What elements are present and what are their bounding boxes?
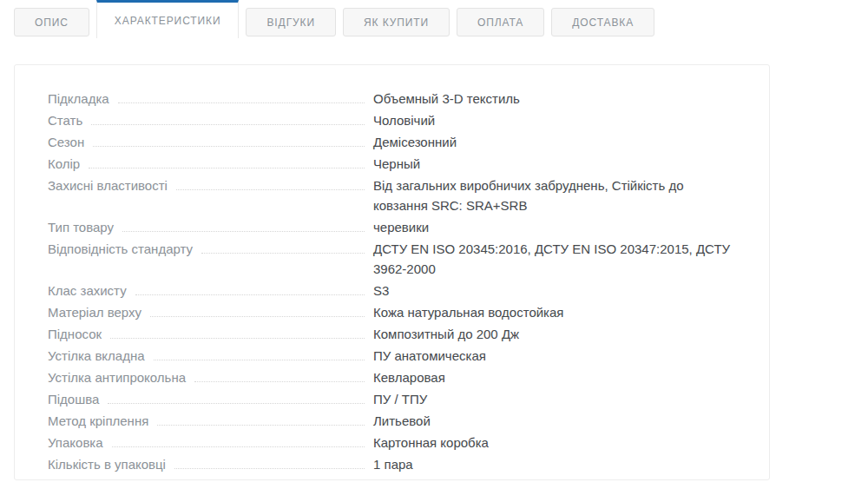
tab-kharakterystyky[interactable]: ХАРАКТЕРИСТИКИ — [96, 0, 240, 38]
characteristic-value: Композитный до 200 Дж — [373, 324, 736, 344]
characteristic-row: СезонДемісезонний — [48, 132, 736, 152]
tab-dostavka[interactable]: ДОСТАВКА — [551, 8, 654, 36]
characteristic-label: Упаковка — [48, 433, 373, 453]
dotted-leader — [93, 132, 365, 147]
characteristic-row: Тип товаручеревики — [48, 217, 736, 237]
characteristic-label-text: Підкладка — [48, 89, 109, 109]
characteristic-label: Відповідність стандарту — [48, 239, 373, 259]
dotted-leader — [112, 433, 365, 447]
characteristic-row: Кількість в упаковці1 пара — [48, 454, 736, 474]
characteristic-label: Колір — [48, 154, 373, 174]
characteristic-label-text: Стать — [48, 110, 82, 130]
dotted-leader — [176, 175, 365, 190]
characteristic-label-text: Підносок — [48, 324, 102, 344]
characteristic-label-text: Метод кріплення — [48, 411, 148, 431]
tab-bar: ОПИСХАРАКТЕРИСТИКИВІДГУКИЯК КУПИТИОПЛАТА… — [0, 0, 868, 38]
dotted-leader — [174, 454, 365, 469]
characteristic-value: Картонная коробка — [373, 433, 736, 453]
dotted-leader — [118, 89, 365, 103]
characteristics-panel: ПідкладкаОбъемный 3-D текстильСтатьЧолов… — [14, 64, 770, 480]
characteristic-value: Литьевой — [373, 411, 736, 431]
characteristic-value: Демісезонний — [373, 132, 736, 152]
dotted-leader — [122, 217, 365, 232]
characteristic-label: Устілка антипрокольна — [48, 367, 373, 387]
dotted-leader — [108, 389, 365, 404]
characteristic-label-text: Захисні властивості — [48, 175, 168, 195]
characteristic-value: 1 пара — [373, 454, 736, 474]
characteristic-label: Сезон — [48, 132, 373, 152]
characteristic-label: Матеріал верху — [48, 302, 373, 322]
tab-yak-kupyty[interactable]: ЯК КУПИТИ — [343, 8, 450, 36]
characteristic-row: КолірЧерный — [48, 154, 736, 174]
characteristic-label-text: Кількість в упаковці — [48, 454, 166, 474]
tab-opys[interactable]: ОПИС — [14, 8, 89, 36]
characteristic-label-text: Підошва — [48, 389, 99, 409]
characteristic-row: Захисні властивостіВід загальних виробни… — [48, 175, 736, 215]
characteristic-row: Відповідність стандартуДСТУ EN ISO 20345… — [48, 239, 736, 279]
characteristic-value: Объемный 3-D текстиль — [373, 89, 736, 109]
characteristic-label: Підкладка — [48, 89, 373, 109]
product-details-page: ОПИСХАРАКТЕРИСТИКИВІДГУКИЯК КУПИТИОПЛАТА… — [0, 0, 868, 480]
characteristic-label-text: Устілка вкладна — [48, 346, 145, 366]
characteristic-row: ПідкладкаОбъемный 3-D текстиль — [48, 89, 736, 109]
dotted-leader — [89, 154, 365, 169]
characteristic-value: Чоловічий — [373, 110, 736, 130]
characteristic-label: Стать — [48, 110, 373, 130]
characteristic-value: Черный — [373, 154, 736, 174]
characteristic-label: Устілка вкладна — [48, 346, 373, 366]
tab-oplata[interactable]: ОПЛАТА — [457, 8, 544, 36]
characteristic-label-text: Колір — [48, 154, 80, 174]
characteristic-value: ПУ анатомическая — [373, 346, 736, 366]
characteristic-value: черевики — [373, 217, 736, 237]
characteristic-row: Клас захистуS3 — [48, 281, 736, 301]
characteristic-label-text: Тип товару — [48, 217, 114, 237]
characteristic-row: Матеріал верхуКожа натуральная водостойк… — [48, 302, 736, 322]
dotted-leader — [135, 281, 365, 295]
tab-vidhuky[interactable]: ВІДГУКИ — [246, 8, 336, 36]
characteristic-value: ДСТУ EN ISO 20345:2016, ДСТУ EN ISO 2034… — [373, 239, 736, 279]
characteristic-value: S3 — [373, 281, 736, 301]
characteristic-value: Кевларовая — [373, 367, 736, 387]
characteristic-label: Клас захисту — [48, 281, 373, 301]
characteristic-label: Підошва — [48, 389, 373, 409]
characteristic-label-text: Матеріал верху — [48, 302, 141, 322]
characteristic-label: Підносок — [48, 324, 373, 344]
dotted-leader — [110, 324, 365, 339]
characteristic-value: Від загальних виробничих забруднень, Сті… — [373, 175, 736, 215]
characteristic-label-text: Клас захисту — [48, 281, 127, 301]
characteristic-row: Устілка вкладнаПУ анатомическая — [48, 346, 736, 366]
characteristics-list: ПідкладкаОбъемный 3-D текстильСтатьЧолов… — [48, 89, 736, 474]
characteristic-row: ПідошваПУ / ТПУ — [48, 389, 736, 409]
characteristic-label-text: Устілка антипрокольна — [48, 367, 186, 387]
characteristic-row: Метод кріпленняЛитьевой — [48, 411, 736, 431]
characteristic-row: ПідносокКомпозитный до 200 Дж — [48, 324, 736, 344]
characteristic-row: УпаковкаКартонная коробка — [48, 433, 736, 453]
characteristic-row: СтатьЧоловічий — [48, 110, 736, 130]
dotted-leader — [154, 346, 365, 360]
dotted-leader — [150, 302, 365, 317]
characteristic-value: Кожа натуральная водостойкая — [373, 302, 736, 322]
characteristic-label: Захисні властивості — [48, 175, 373, 195]
characteristic-row: Устілка антипрокольнаКевларовая — [48, 367, 736, 387]
characteristic-label: Тип товару — [48, 217, 373, 237]
characteristic-label: Кількість в упаковці — [48, 454, 373, 474]
characteristic-label-text: Відповідність стандарту — [48, 239, 193, 259]
characteristic-label-text: Сезон — [48, 132, 84, 152]
dotted-leader — [194, 367, 365, 382]
dotted-leader — [91, 110, 365, 125]
characteristic-value: ПУ / ТПУ — [373, 389, 736, 409]
dotted-leader — [157, 411, 365, 426]
dotted-leader — [201, 239, 365, 254]
characteristic-label: Метод кріплення — [48, 411, 373, 431]
characteristic-label-text: Упаковка — [48, 433, 103, 453]
